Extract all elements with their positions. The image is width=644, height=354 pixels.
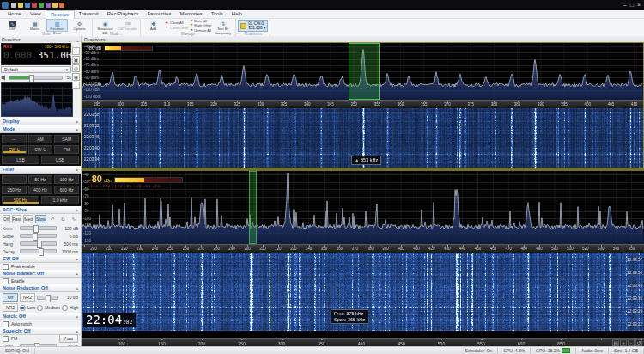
- agc-med-button[interactable]: Med: [23, 215, 33, 223]
- section-noise-reduction[interactable]: Noise Reduction Off▴: [0, 284, 81, 292]
- graph-icon[interactable]: ∿: [70, 215, 78, 223]
- peak-enable-checkbox[interactable]: [3, 264, 9, 270]
- agc-knee-slider-thumb[interactable]: [33, 225, 39, 233]
- mode-sam[interactable]: SAM: [54, 135, 79, 143]
- maximize-button[interactable]: □: [630, 1, 634, 9]
- tab-view[interactable]: View: [26, 10, 46, 18]
- filter-50-hz[interactable]: 50 Hz: [28, 175, 53, 184]
- nr-nr2-button[interactable]: NR2: [20, 293, 35, 302]
- undo-icon[interactable]: ↶: [48, 215, 57, 223]
- nr2-medium-radio[interactable]: [37, 305, 43, 311]
- tab-home[interactable]: Home: [3, 10, 26, 18]
- auto-notch-checkbox[interactable]: [3, 321, 9, 327]
- upper-spectrum[interactable]: [82, 43, 643, 100]
- section-mode[interactable]: Mode▴: [0, 125, 81, 133]
- tab-tools[interactable]: Tools: [207, 10, 228, 18]
- tab-memories[interactable]: Memories: [175, 10, 206, 18]
- play-icon[interactable]: [39, 3, 44, 8]
- open-icon[interactable]: [18, 3, 23, 8]
- step-down-button[interactable]: -: [72, 82, 80, 89]
- zoom-in-icon[interactable]: +: [620, 339, 627, 346]
- cw-decoder-button[interactable]: CWCW Decoder: [117, 19, 138, 32]
- record-icon[interactable]: [32, 3, 37, 8]
- lower-frequency-scale[interactable]: 2002102202302402502602702802903003103203…: [82, 244, 644, 253]
- filter-500-hz[interactable]: 500 Hz: [2, 196, 39, 204]
- mode-[interactable]: ---: [2, 135, 27, 143]
- nr2-button[interactable]: NR2: [3, 303, 18, 312]
- filter-[interactable]: ---: [2, 175, 27, 184]
- tab-transmit[interactable]: Transmit: [75, 10, 103, 18]
- copy-icon[interactable]: ⧉: [58, 215, 67, 223]
- nr2-high-radio[interactable]: [62, 305, 68, 311]
- agc-decay-slider-thumb[interactable]: [39, 248, 44, 256]
- tab-help[interactable]: Help: [228, 10, 246, 18]
- close-button[interactable]: ×: [637, 1, 641, 9]
- agc-knee-slider[interactable]: [20, 226, 57, 230]
- nr-off-button[interactable]: Off: [3, 293, 18, 302]
- receiver-pane-button[interactable]: ▥Receiver Pane: [46, 19, 68, 32]
- agc-slow-button[interactable]: Slow: [35, 215, 46, 223]
- nr-level-slider[interactable]: [37, 296, 58, 300]
- step-up-button[interactable]: +: [72, 47, 80, 55]
- zoom-out-button[interactable]: ◉: [72, 73, 80, 81]
- agc-hang-slider-thumb[interactable]: [37, 241, 42, 248]
- agc-off-button[interactable]: Off: [3, 215, 10, 223]
- dsp-button[interactable]: ∿DSP: [2, 19, 23, 32]
- tab-favourites[interactable]: Favourites: [143, 10, 175, 18]
- save-icon[interactable]: [11, 3, 16, 8]
- screenshot-icon[interactable]: [46, 3, 51, 8]
- mode-cw-u[interactable]: CW-U: [28, 145, 53, 154]
- filter-400-hz[interactable]: 400 Hz: [28, 186, 53, 194]
- mode-lsb[interactable]: LSB: [2, 156, 39, 164]
- minimize-button[interactable]: –: [623, 1, 627, 9]
- add-button[interactable]: ✚Add: [143, 19, 164, 32]
- receivers-panel-header[interactable]: Receivers: [82, 36, 644, 42]
- filter-250-hz[interactable]: 250 Hz: [2, 186, 27, 194]
- broadcast-fm-button[interactable]: ◉Broadcast FM: [94, 19, 116, 32]
- mode-cw-l[interactable]: CW-L: [2, 145, 27, 154]
- preset-dropdown[interactable]: Default ▾: [1, 66, 71, 73]
- grid-toggle-icon[interactable]: ▤: [612, 339, 619, 346]
- section-notch[interactable]: Notch: Off▴: [0, 313, 81, 320]
- reset-zoom-icon[interactable]: ↺: [635, 339, 642, 346]
- volume-slider[interactable]: [9, 76, 63, 80]
- zoom-in-button[interactable]: ◎: [72, 64, 80, 72]
- options-button[interactable]: ⚙Options: [69, 19, 90, 32]
- agc-fast-button[interactable]: Fast: [12, 215, 22, 223]
- section-agc[interactable]: AGC: Slow▴: [0, 206, 81, 214]
- close-other-button[interactable]: ✚Close Other: [165, 26, 188, 30]
- section-display[interactable]: Display▴: [0, 118, 81, 125]
- section-cw[interactable]: CW Off▴: [0, 255, 81, 263]
- nr2-low-radio[interactable]: [20, 305, 26, 311]
- squelch-fm-checkbox[interactable]: [3, 336, 9, 342]
- agc-slope-slider[interactable]: [20, 234, 57, 238]
- filter-1-0-khz[interactable]: 1.0 kHz: [41, 196, 79, 204]
- mode-fm[interactable]: FM: [54, 145, 79, 154]
- tab-rec-playback[interactable]: Rec/Playback: [103, 10, 143, 18]
- receiver-chip[interactable]: 01 CW-0 351.000 ▾: [238, 20, 268, 32]
- pane-button[interactable]: ▣: [72, 56, 80, 64]
- sort-by-frequency-button[interactable]: ⇅Sort By Frequency: [212, 19, 234, 32]
- agc-hang-slider[interactable]: [20, 241, 57, 246]
- mode-usb[interactable]: USB: [41, 156, 79, 164]
- frequency-mhz-digits[interactable]: 0.000.: [3, 50, 38, 61]
- zoom-out-icon[interactable]: -: [628, 339, 635, 346]
- section-noise-blanker[interactable]: Noise Blanker: Off▴: [0, 270, 81, 278]
- agc-decay-slider[interactable]: [20, 249, 57, 253]
- agc-slope-slider-thumb[interactable]: [33, 233, 38, 241]
- receiver-panel-header[interactable]: Receiver ▾ ×: [0, 36, 82, 42]
- frequency-display[interactable]: RX 1 100 - 500 kHz 0.000.351.000: [1, 43, 71, 65]
- matrix-button[interactable]: ▦Matrix: [24, 19, 46, 32]
- tab-receive[interactable]: Receive: [46, 10, 75, 19]
- nb-enable-checkbox[interactable]: [3, 278, 9, 284]
- upper-frequency-scale[interactable]: 2953003053103153203253303353403453503553…: [82, 100, 643, 108]
- display-icon[interactable]: [25, 3, 30, 8]
- filter-100-hz[interactable]: 100 Hz: [54, 175, 79, 184]
- spectrum-preview[interactable]: [1, 82, 73, 117]
- nr-level-slider-thumb[interactable]: [46, 295, 51, 302]
- section-filter[interactable]: Filter▴: [0, 166, 81, 174]
- filter-600-hz[interactable]: 600 Hz: [54, 186, 79, 194]
- undo-icon[interactable]: [59, 3, 64, 8]
- favourite-icon[interactable]: [52, 3, 58, 8]
- close-all-button[interactable]: ✚Close All: [165, 21, 188, 26]
